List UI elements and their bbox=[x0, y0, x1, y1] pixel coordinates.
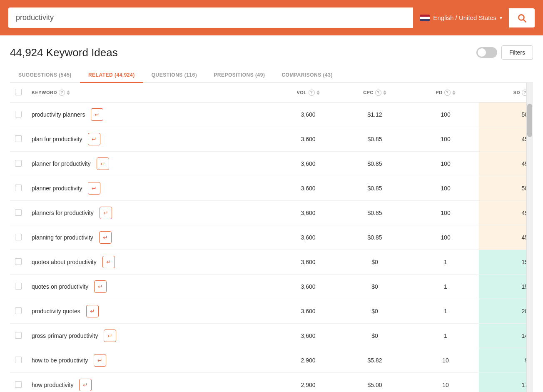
keyword-text: planner productivity bbox=[32, 185, 82, 192]
tab-questions[interactable]: QUESTIONS (116) bbox=[143, 68, 206, 83]
keyword-text: how to be productivity bbox=[32, 357, 88, 364]
table-row: productivity quotes ↵ 3,600 $0 1 20 bbox=[10, 299, 533, 324]
keyword-sort[interactable] bbox=[67, 90, 70, 95]
pd-col-label: PD bbox=[436, 90, 442, 95]
keyword-link-button[interactable]: ↵ bbox=[88, 182, 100, 195]
sd-cell: 15 bbox=[479, 250, 533, 275]
keyword-link-button[interactable]: ↵ bbox=[91, 108, 103, 121]
row-checkbox[interactable] bbox=[15, 332, 22, 339]
pd-info-icon[interactable]: ? bbox=[444, 90, 451, 96]
vol-cell: 3,600 bbox=[279, 127, 337, 152]
keyword-text: quotes about productivity bbox=[32, 259, 97, 265]
keyword-text: plan for productivity bbox=[32, 136, 82, 142]
sd-cell: 17 bbox=[479, 373, 533, 392]
keyword-link-button[interactable]: ↵ bbox=[100, 207, 112, 219]
sd-cell: 14 bbox=[479, 324, 533, 348]
filters-area: Filters bbox=[476, 45, 533, 60]
search-icon bbox=[516, 12, 527, 23]
vol-cell: 3,600 bbox=[279, 102, 337, 127]
cpc-cell: $5.00 bbox=[337, 373, 412, 392]
table-row: planner productivity ↵ 3,600 $0.85 100 5… bbox=[10, 176, 533, 201]
keyword-cell: how to be productivity ↵ bbox=[27, 348, 279, 373]
pd-cell: 1 bbox=[412, 324, 479, 348]
cpc-cell: $0.85 bbox=[337, 176, 412, 201]
tab-suggestions[interactable]: SUGGESTIONS (545) bbox=[10, 68, 80, 83]
row-checkbox[interactable] bbox=[15, 307, 22, 314]
row-checkbox[interactable] bbox=[15, 209, 22, 216]
tabs: SUGGESTIONS (545) RELATED (44,924) QUEST… bbox=[10, 68, 533, 83]
row-checkbox[interactable] bbox=[15, 258, 22, 265]
vol-cell: 3,600 bbox=[279, 152, 337, 176]
language-selector[interactable]: English / United States ▾ bbox=[413, 8, 509, 27]
table-row: planner for productivity ↵ 3,600 $0.85 1… bbox=[10, 152, 533, 176]
cpc-cell: $1.12 bbox=[337, 102, 412, 127]
table-row: gross primary productivity ↵ 3,600 $0 1 … bbox=[10, 324, 533, 348]
row-checkbox-cell bbox=[10, 102, 27, 127]
search-input[interactable] bbox=[8, 7, 413, 28]
keyword-cell: planner for productivity ↵ bbox=[27, 152, 279, 176]
toggle-switch[interactable] bbox=[476, 47, 497, 58]
cpc-col-label: CPC bbox=[363, 90, 374, 95]
keyword-link-button[interactable]: ↵ bbox=[79, 379, 92, 391]
keyword-link-button[interactable]: ↵ bbox=[97, 157, 109, 170]
row-checkbox-cell bbox=[10, 176, 27, 201]
row-checkbox-cell bbox=[10, 225, 27, 250]
table-row: planning for productivity ↵ 3,600 $0.85 … bbox=[10, 225, 533, 250]
keyword-link-button[interactable]: ↵ bbox=[86, 305, 99, 317]
keyword-text: productivity quotes bbox=[32, 308, 80, 315]
row-checkbox[interactable] bbox=[15, 160, 22, 167]
row-checkbox[interactable] bbox=[15, 381, 22, 388]
pd-cell: 100 bbox=[412, 127, 479, 152]
vol-cell: 3,600 bbox=[279, 225, 337, 250]
vol-col-header: VOL ? bbox=[279, 83, 337, 102]
keyword-link-button[interactable]: ↵ bbox=[102, 256, 115, 268]
cpc-sort[interactable] bbox=[383, 90, 386, 95]
keyword-link-button[interactable]: ↵ bbox=[94, 280, 107, 293]
table-row: quotes on productivity ↵ 3,600 $0 1 15 bbox=[10, 275, 533, 299]
vol-cell: 3,600 bbox=[279, 324, 337, 348]
keyword-info-icon[interactable]: ? bbox=[59, 90, 65, 96]
keyword-cell: how productivity ↵ bbox=[27, 373, 279, 392]
keyword-cell: planning for productivity ↵ bbox=[27, 225, 279, 250]
keyword-link-button[interactable]: ↵ bbox=[94, 354, 106, 367]
vol-sort[interactable] bbox=[316, 90, 320, 95]
table-row: how to be productivity ↵ 2,900 $5.82 10 … bbox=[10, 348, 533, 373]
keyword-link-button[interactable]: ↵ bbox=[104, 330, 116, 342]
row-checkbox[interactable] bbox=[15, 283, 22, 290]
vol-cell: 3,600 bbox=[279, 299, 337, 324]
keyword-cell: planners for productivity ↵ bbox=[27, 201, 279, 225]
vertical-scrollbar[interactable] bbox=[526, 83, 533, 392]
keyword-cell: gross primary productivity ↵ bbox=[27, 324, 279, 348]
keyword-link-button[interactable]: ↵ bbox=[99, 231, 112, 244]
row-checkbox-cell bbox=[10, 127, 27, 152]
row-checkbox-cell bbox=[10, 201, 27, 225]
keyword-link-button[interactable]: ↵ bbox=[88, 133, 100, 145]
row-checkbox[interactable] bbox=[15, 111, 22, 117]
sd-col-header: SD ? bbox=[479, 83, 533, 102]
table-row: productivity planners ↵ 3,600 $1.12 100 … bbox=[10, 102, 533, 127]
row-checkbox[interactable] bbox=[15, 234, 22, 240]
row-checkbox-cell bbox=[10, 373, 27, 392]
cpc-cell: $0 bbox=[337, 250, 412, 275]
tab-related[interactable]: RELATED (44,924) bbox=[80, 68, 143, 83]
cpc-col-header: CPC ? bbox=[337, 83, 412, 102]
search-button[interactable] bbox=[509, 8, 535, 27]
keyword-cell: productivity quotes ↵ bbox=[27, 299, 279, 324]
row-checkbox[interactable] bbox=[15, 135, 22, 142]
row-checkbox[interactable] bbox=[15, 185, 22, 191]
keywords-table: KEYWORD ? VOL ? bbox=[10, 83, 533, 392]
row-checkbox[interactable] bbox=[15, 357, 22, 363]
keyword-cell: productivity planners ↵ bbox=[27, 102, 279, 127]
tab-comparisons[interactable]: COMPARISONS (43) bbox=[273, 68, 341, 83]
keyword-text: quotes on productivity bbox=[32, 283, 88, 290]
filters-button[interactable]: Filters bbox=[501, 45, 533, 60]
select-all-checkbox[interactable] bbox=[15, 89, 22, 95]
sd-cell: 50 bbox=[479, 102, 533, 127]
pd-sort[interactable] bbox=[452, 90, 456, 95]
vol-info-icon[interactable]: ? bbox=[309, 90, 315, 96]
sd-cell: 20 bbox=[479, 299, 533, 324]
pd-cell: 100 bbox=[412, 225, 479, 250]
tab-prepositions[interactable]: PREPOSITIONS (49) bbox=[205, 68, 273, 83]
pd-cell: 100 bbox=[412, 176, 479, 201]
cpc-info-icon[interactable]: ? bbox=[375, 90, 381, 96]
